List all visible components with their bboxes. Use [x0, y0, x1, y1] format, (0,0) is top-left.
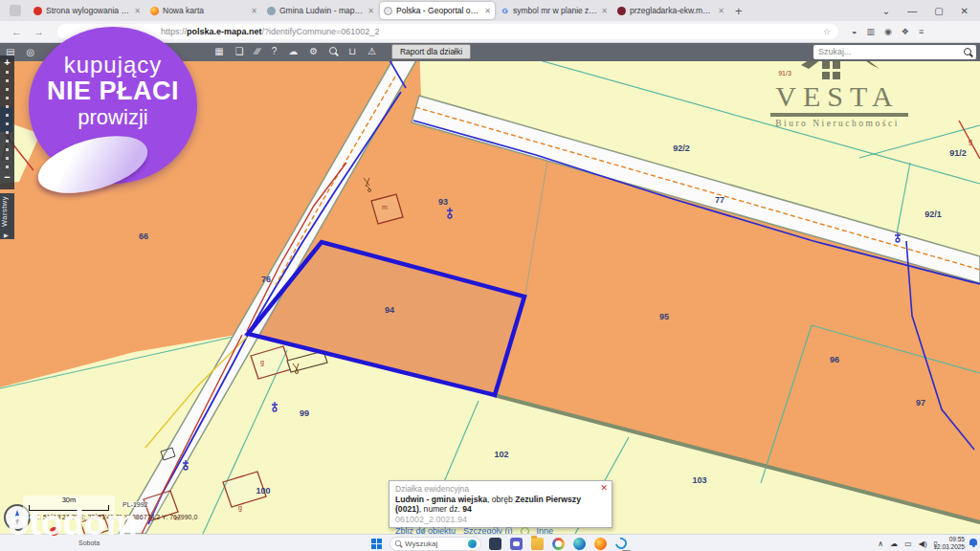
- zoom-out-button[interactable]: −: [0, 172, 14, 182]
- new-tab-button[interactable]: +: [735, 4, 743, 18]
- tab-title: Polska - Geoportal otwartych d: [396, 6, 480, 15]
- bing-icon: [468, 540, 477, 548]
- firefox-view-icon[interactable]: [10, 5, 21, 16]
- taskbar-search-label: Wyszukaj: [405, 540, 437, 548]
- tab-close-icon[interactable]: ✕: [251, 7, 257, 15]
- firefox-icon[interactable]: [594, 538, 607, 550]
- tab-title: przegladarka-ekw.ms.gov.pl/eu: [630, 6, 714, 15]
- popup-title: Działka ewidencyjna: [395, 484, 606, 494]
- tab-5[interactable]: przegladarka-ekw.ms.gov.pl/eu✕: [613, 2, 728, 19]
- taskview-icon[interactable]: [489, 538, 501, 550]
- taskbar: Wyszukaj ∧☁▭◀)▯ 09:55 12.03.2025: [0, 534, 980, 551]
- edge-icon[interactable]: [573, 538, 586, 550]
- tab-4[interactable]: Gsymbol mr w planie zagospoda✕: [497, 2, 612, 19]
- chevron-up-icon[interactable]: ∧: [878, 540, 883, 548]
- report-button[interactable]: Raport dla działki: [391, 44, 471, 59]
- tab-0[interactable]: Strona wylogowania z Przeglądark✕: [30, 2, 145, 19]
- google-favicon-icon: G: [501, 7, 509, 15]
- map-search-input[interactable]: Szukaj...: [813, 45, 976, 59]
- explorer-icon[interactable]: [531, 538, 544, 550]
- library-icon[interactable]: ▥: [866, 27, 875, 36]
- vesta-name: VESTA: [761, 82, 914, 111]
- extensions-icon[interactable]: ❖: [902, 27, 909, 36]
- copilot-icon[interactable]: [613, 536, 630, 551]
- badge-line3: prowizji: [29, 105, 197, 130]
- tab-close-icon[interactable]: ✕: [134, 7, 141, 15]
- comment-icon[interactable]: ❑: [235, 42, 244, 61]
- tab-title: Strona wylogowania z Przeglądark: [46, 6, 130, 15]
- measure-icon[interactable]: ∕∕∕: [256, 42, 260, 61]
- speaker-icon[interactable]: ◀): [919, 540, 927, 548]
- tab-1[interactable]: Nowa karta✕: [146, 2, 261, 19]
- screen: { "colors":{"badge_purple":"#9b4be4","pa…: [0, 0, 980, 551]
- search-icon: [964, 48, 971, 55]
- zoom-slider[interactable]: + −: [0, 55, 14, 189]
- layers-panel-tab[interactable]: Warstwy ▶: [0, 193, 14, 239]
- maximize-button[interactable]: ▢: [934, 6, 943, 16]
- warning-icon[interactable]: ⚠: [368, 42, 376, 61]
- search-icon: [395, 540, 401, 546]
- back-button[interactable]: ←: [11, 26, 22, 37]
- vesta-underline: [770, 113, 908, 117]
- info-popup: Działka ewidencyjna ✕ Ludwin - gmina wie…: [389, 480, 612, 528]
- close-button[interactable]: ✕: [961, 6, 969, 16]
- tab-close-icon[interactable]: ✕: [368, 7, 374, 15]
- photos-icon[interactable]: [552, 538, 565, 550]
- search-doc-icon[interactable]: [329, 42, 337, 61]
- tab-list-chevron-icon[interactable]: ⌄: [882, 6, 890, 16]
- map-search-placeholder: Szukaj...: [818, 47, 852, 56]
- tab-close-icon[interactable]: ✕: [718, 7, 724, 15]
- cart-icon[interactable]: ⊔: [348, 42, 356, 61]
- map-favicon-icon: [267, 7, 276, 15]
- vesta-subtitle: Biuro Nieruchomości: [761, 119, 914, 128]
- parcel-id: 061002_2.0021.94: [395, 515, 606, 524]
- menu-icon[interactable]: ≡: [919, 27, 924, 36]
- start-button[interactable]: [371, 539, 382, 549]
- tab-close-icon[interactable]: ✕: [601, 7, 608, 15]
- teams-icon[interactable]: [510, 538, 523, 550]
- tab-title: symbol mr w planie zagospoda: [513, 6, 597, 15]
- zoom-track[interactable]: [6, 71, 9, 170]
- zoom-in-button[interactable]: +: [0, 55, 14, 69]
- onedrive-icon[interactable]: ☁: [890, 540, 898, 548]
- settings-gear-icon[interactable]: ⚙: [309, 42, 318, 61]
- otodom-watermark: otodom: [8, 503, 138, 543]
- tab-close-icon[interactable]: ✕: [484, 7, 491, 15]
- notification-bell-icon[interactable]: [969, 539, 977, 545]
- taskbar-clock[interactable]: 09:55 12.03.2025: [933, 536, 965, 551]
- upload-cloud-icon[interactable]: ☁: [288, 42, 298, 61]
- gov-favicon-icon: [617, 7, 626, 15]
- minimize-button[interactable]: —: [907, 6, 917, 16]
- badge-line2: NIE PŁACI: [29, 77, 197, 106]
- account-icon[interactable]: ◉: [884, 27, 892, 36]
- globe-favicon-icon: [384, 7, 392, 15]
- tab-2[interactable]: Gmina Ludwin - mapa działek i✕: [263, 2, 378, 19]
- parcel-description: Ludwin - gmina wiejska, obręb Zezulin Pi…: [395, 495, 606, 514]
- tab-title: Gmina Ludwin - mapa działek i: [279, 6, 364, 15]
- bookmark-star-icon[interactable]: ☆: [823, 27, 831, 36]
- red-favicon-icon: [33, 7, 42, 15]
- browser-tab-bar: Strona wylogowania z Przeglądark✕Nowa ka…: [0, 0, 980, 22]
- table-icon[interactable]: ▦: [214, 42, 223, 61]
- firefox-favicon-icon: [150, 7, 159, 15]
- tab-title: Nowa karta: [163, 6, 247, 15]
- chevron-right-icon: ▶: [4, 231, 9, 238]
- tab-3[interactable]: Polska - Geoportal otwartych d✕: [380, 2, 495, 19]
- display-icon[interactable]: ▭: [904, 540, 912, 548]
- badge-line1: kupujący: [29, 52, 197, 78]
- popup-close-icon[interactable]: ✕: [600, 483, 608, 493]
- pocket-icon[interactable]: ◒: [852, 27, 857, 36]
- help-icon[interactable]: ?: [272, 42, 278, 61]
- taskbar-search[interactable]: Wyszukaj: [390, 537, 481, 551]
- promo-badge: kupujący NIE PŁACI prowizji: [29, 27, 197, 184]
